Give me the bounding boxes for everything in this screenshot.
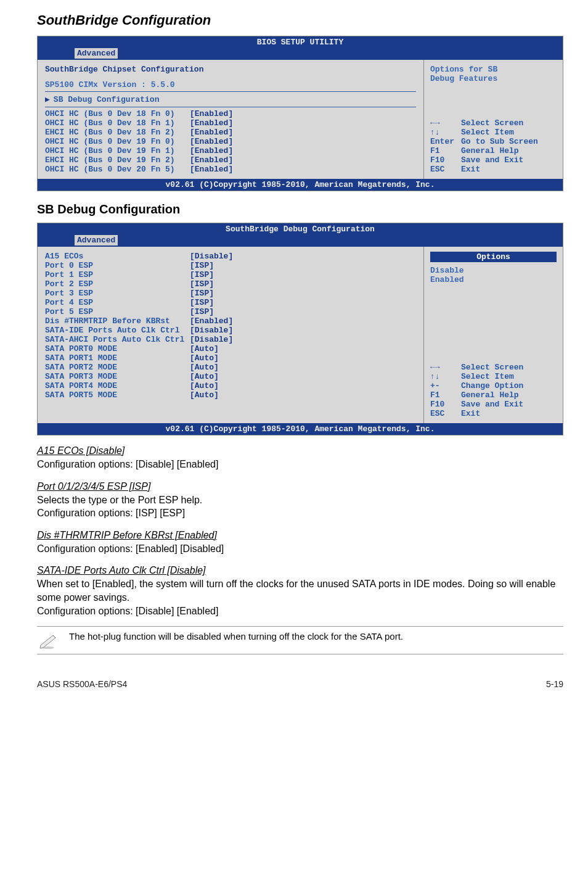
config-value: [Auto]: [190, 372, 219, 381]
config-row[interactable]: Dis #THRMTRIP Before KBRst[Enabled]: [45, 316, 416, 326]
config-label: Port 2 ESP: [45, 279, 190, 289]
key-name: F10: [430, 155, 461, 165]
key-name: F1: [430, 146, 461, 155]
config-value: [ISP]: [190, 279, 214, 289]
config-value: [ISP]: [190, 270, 214, 279]
bios-left-panel: SouthBridge Chipset Configuration SP5100…: [38, 60, 424, 179]
key-name: F1: [430, 390, 461, 400]
config-row[interactable]: SATA PORT2 MODE[Auto]: [45, 363, 416, 372]
config-value: [Enabled]: [190, 316, 233, 326]
config-row[interactable]: SATA PORT3 MODE[Auto]: [45, 372, 416, 381]
config-label: SATA-IDE Ports Auto Clk Ctrl: [45, 326, 190, 335]
key-name: ESC: [430, 409, 461, 418]
key-hint-row: F1General Help: [430, 146, 557, 155]
key-hint-row: ↑↓Select Item: [430, 372, 557, 381]
bios-tabs-row: Advanced: [38, 48, 563, 60]
config-row[interactable]: SATA-IDE Ports Auto Clk Ctrl[Disable]: [45, 326, 416, 335]
config-row[interactable]: EHCI HC (Bus 0 Dev 19 Fn 2)[Enabled]: [45, 155, 416, 165]
config-row[interactable]: Port 4 ESP[ISP]: [45, 298, 416, 307]
submenu-arrow-icon: ▶: [45, 95, 50, 104]
key-name: ←→: [430, 118, 461, 128]
config-row[interactable]: A15 ECOs[Disable]: [45, 252, 416, 261]
config-row[interactable]: SATA-AHCI Ports Auto Clk Ctrl[Disable]: [45, 335, 416, 344]
config-label: EHCI HC (Bus 0 Dev 19 Fn 2): [45, 155, 190, 165]
config-label: A15 ECOs: [45, 252, 190, 261]
key-name: Enter: [430, 137, 461, 146]
options-heading: Options: [430, 252, 557, 262]
config-label: OHCI HC (Bus 0 Dev 18 Fn 1): [45, 118, 190, 128]
description-title: Port 0/1/2/3/4/5 ESP [ISP]: [37, 481, 563, 492]
description-block: Dis #THRMTRIP Before KBRst [Enabled]Conf…: [37, 530, 563, 556]
config-row[interactable]: SATA PORT5 MODE[Auto]: [45, 390, 416, 400]
key-name: ←→: [430, 363, 461, 372]
key-hint-row: ↑↓Select Item: [430, 128, 557, 137]
note-box: The hot-plug function will be disabled w…: [37, 626, 563, 654]
config-label: OHCI HC (Bus 0 Dev 20 Fn 5): [45, 165, 190, 174]
config-label: SATA PORT3 MODE: [45, 372, 190, 381]
key-hint-row: ←→Select Screen: [430, 118, 557, 128]
submenu-sb-debug[interactable]: ▶SB Debug Configuration: [45, 94, 416, 104]
key-hint-row: F10Save and Exit: [430, 400, 557, 409]
config-value: [ISP]: [190, 307, 214, 316]
key-action: Select Screen: [461, 118, 523, 128]
config-row[interactable]: SATA PORT4 MODE[Auto]: [45, 381, 416, 390]
config-value: [ISP]: [190, 289, 214, 298]
config-value: [Enabled]: [190, 137, 233, 146]
key-hint-row: ESCExit: [430, 165, 557, 174]
config-row[interactable]: Port 1 ESP[ISP]: [45, 270, 416, 279]
bios2-header-title: SouthBridge Debug Configuration: [38, 223, 563, 235]
config-value: [Auto]: [190, 353, 219, 363]
config-row[interactable]: SATA PORT1 MODE[Auto]: [45, 353, 416, 363]
page-section-title: SouthBridge Configuration: [37, 12, 563, 28]
key-name: +-: [430, 381, 461, 390]
config-row[interactable]: OHCI HC (Bus 0 Dev 19 Fn 1)[Enabled]: [45, 146, 416, 155]
config-value: [Enabled]: [190, 165, 233, 174]
tab-advanced-2[interactable]: Advanced: [75, 235, 118, 245]
config-label: Port 3 ESP: [45, 289, 190, 298]
config-value: [Disable]: [190, 252, 233, 261]
config-row[interactable]: SATA PORT0 MODE[Auto]: [45, 344, 416, 353]
config-row[interactable]: Port 5 ESP[ISP]: [45, 307, 416, 316]
config-row[interactable]: OHCI HC (Bus 0 Dev 20 Fn 5)[Enabled]: [45, 165, 416, 174]
config-value: [Auto]: [190, 363, 219, 372]
config-label: Port 1 ESP: [45, 270, 190, 279]
key-action: Go to Sub Screen: [461, 137, 538, 146]
config-row[interactable]: Port 0 ESP[ISP]: [45, 261, 416, 270]
config-label: OHCI HC (Bus 0 Dev 19 Fn 1): [45, 146, 190, 155]
note-text: The hot-plug function will be disabled w…: [69, 630, 563, 643]
config-value: [Auto]: [190, 381, 219, 390]
option-disable[interactable]: Disable: [430, 266, 557, 275]
submenu-label: SB Debug Configuration: [54, 95, 160, 104]
config-row[interactable]: Port 3 ESP[ISP]: [45, 289, 416, 298]
option-enabled[interactable]: Enabled: [430, 275, 557, 284]
pencil-note-icon: [37, 632, 59, 650]
config-row[interactable]: OHCI HC (Bus 0 Dev 19 Fn 0)[Enabled]: [45, 137, 416, 146]
cimx-version: SP5100 CIMx Version : 5.5.0: [45, 80, 416, 89]
key-hint-row: ESCExit: [430, 409, 557, 418]
tab-advanced[interactable]: Advanced: [75, 48, 118, 59]
key-action: Change Option: [461, 381, 523, 390]
description-block: Port 0/1/2/3/4/5 ESP [ISP]Selects the ty…: [37, 481, 563, 520]
footer-left: ASUS RS500A-E6/PS4: [37, 679, 127, 689]
config-value: [Enabled]: [190, 109, 233, 118]
key-action: Select Item: [461, 372, 514, 381]
key-name: ESC: [430, 165, 461, 174]
config-label: OHCI HC (Bus 0 Dev 19 Fn 0): [45, 137, 190, 146]
config-label: Dis #THRMTRIP Before KBRst: [45, 316, 190, 326]
description-block: SATA-IDE Ports Auto Clk Ctrl [Disable]Wh…: [37, 565, 563, 617]
config-label: Port 0 ESP: [45, 261, 190, 270]
bios2-right-panel: Options Disable Enabled ←→Select Screen↑…: [424, 247, 563, 423]
config-row[interactable]: EHCI HC (Bus 0 Dev 18 Fn 2)[Enabled]: [45, 128, 416, 137]
description-title: A15 ECOs [Disable]: [37, 445, 563, 456]
key-hint-row: ←→Select Screen: [430, 363, 557, 372]
config-row[interactable]: Port 2 ESP[ISP]: [45, 279, 416, 289]
chipset-config-heading: SouthBridge Chipset Configuration: [45, 65, 416, 74]
bios2-tabs-row: Advanced: [38, 235, 563, 247]
config-label: Port 4 ESP: [45, 298, 190, 307]
config-row[interactable]: OHCI HC (Bus 0 Dev 18 Fn 1)[Enabled]: [45, 118, 416, 128]
config-row[interactable]: OHCI HC (Bus 0 Dev 18 Fn 0)[Enabled]: [45, 109, 416, 118]
config-label: SATA PORT4 MODE: [45, 381, 190, 390]
description-title: SATA-IDE Ports Auto Clk Ctrl [Disable]: [37, 565, 563, 576]
key-action: Exit: [461, 165, 480, 174]
key-action: Save and Exit: [461, 400, 523, 409]
